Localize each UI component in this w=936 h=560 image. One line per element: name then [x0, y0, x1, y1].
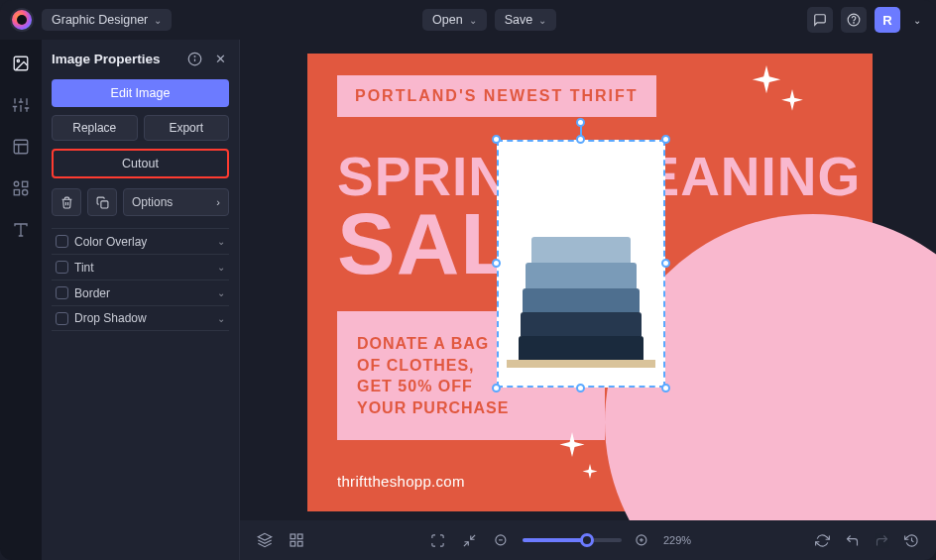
grid-icon[interactable]: [286, 529, 307, 551]
chevron-right-icon: ›: [216, 196, 220, 208]
canvas-area[interactable]: PORTLAND'S NEWEST THRIFT SPRING CLEANING…: [240, 40, 936, 520]
fit-screen-icon[interactable]: [427, 529, 449, 551]
svg-line-31: [471, 534, 475, 538]
cutout-button[interactable]: Cutout: [52, 149, 229, 178]
svg-point-19: [23, 190, 28, 195]
left-rail: [0, 40, 42, 560]
chevron-down-icon: ⌄: [217, 236, 225, 247]
chevron-down-icon: ⌄: [469, 15, 477, 26]
rail-images-icon[interactable]: [9, 52, 33, 75]
save-label: Save: [505, 13, 533, 27]
role-label: Graphic Designer: [52, 13, 148, 27]
replace-button[interactable]: Replace: [52, 115, 138, 141]
resize-handle-bl[interactable]: [492, 384, 501, 392]
checkbox-icon: [56, 286, 68, 299]
checkbox-icon: [56, 312, 68, 325]
svg-rect-30: [291, 541, 295, 546]
accordion-border[interactable]: Border⌄: [52, 280, 229, 305]
chevron-down-icon: ⌄: [913, 15, 921, 26]
panel-title: Image Properties: [52, 52, 177, 66]
accordion-color-overlay[interactable]: Color Overlay⌄: [52, 228, 229, 254]
rail-text-icon[interactable]: [9, 218, 33, 242]
zoom-slider[interactable]: [523, 538, 622, 542]
rail-templates-icon[interactable]: [9, 135, 33, 159]
help-button[interactable]: [841, 7, 867, 33]
svg-marker-26: [258, 533, 271, 540]
redo-icon[interactable]: [871, 529, 892, 551]
svg-point-24: [194, 56, 195, 56]
svg-rect-13: [14, 140, 28, 154]
actual-size-icon[interactable]: [459, 529, 481, 551]
svg-rect-18: [14, 190, 19, 195]
svg-rect-27: [291, 534, 295, 539]
panel-close-icon[interactable]: ✕: [211, 50, 229, 67]
rotation-handle[interactable]: [576, 118, 585, 127]
chevron-down-icon: ⌄: [217, 262, 225, 273]
selected-image[interactable]: [497, 140, 665, 388]
chevron-down-icon: ⌄: [154, 15, 162, 26]
role-dropdown[interactable]: Graphic Designer ⌄: [42, 9, 172, 31]
sparkle-icon: [750, 65, 783, 99]
resize-handle-bc[interactable]: [576, 384, 585, 392]
zoom-out-icon[interactable]: [491, 529, 513, 551]
rail-elements-icon[interactable]: [9, 176, 33, 200]
resize-handle-tr[interactable]: [661, 135, 670, 144]
zoom-value: 229%: [663, 534, 691, 546]
checkbox-icon: [56, 235, 68, 248]
jeans-stack-image: [509, 211, 653, 368]
resize-handle-tc[interactable]: [576, 135, 585, 144]
undo-icon[interactable]: [841, 529, 863, 551]
design-canvas[interactable]: PORTLAND'S NEWEST THRIFT SPRING CLEANING…: [307, 54, 873, 511]
accordion-tint[interactable]: Tint⌄: [52, 254, 229, 280]
chevron-down-icon: ⌄: [217, 287, 225, 298]
history-icon[interactable]: [900, 529, 922, 551]
user-avatar[interactable]: R: [875, 7, 900, 33]
save-menu[interactable]: Save ⌄: [495, 9, 557, 31]
svg-point-1: [854, 23, 855, 24]
duplicate-button[interactable]: [87, 188, 117, 216]
svg-rect-28: [297, 534, 302, 539]
export-button[interactable]: Export: [144, 115, 230, 141]
sparkle-icon: [779, 89, 805, 115]
app-logo[interactable]: [10, 8, 34, 32]
resize-handle-ml[interactable]: [492, 259, 501, 268]
accordion-drop-shadow[interactable]: Drop Shadow⌄: [52, 305, 229, 331]
open-menu[interactable]: Open ⌄: [422, 9, 487, 31]
svg-line-32: [464, 541, 468, 545]
selection-border: [497, 140, 665, 388]
topbar: Graphic Designer ⌄ Open ⌄ Save ⌄ R ⌄: [0, 0, 936, 40]
svg-rect-29: [297, 541, 302, 546]
image-properties-panel: Image Properties ✕ Edit Image Replace Ex…: [42, 40, 240, 560]
comments-button[interactable]: [807, 7, 833, 33]
bottombar: 229%: [240, 520, 936, 560]
sparkle-icon: [581, 464, 599, 482]
sync-icon[interactable]: [811, 529, 833, 551]
rail-adjust-icon[interactable]: [9, 93, 33, 117]
zoom-in-icon[interactable]: [632, 529, 653, 551]
sparkle-icon: [557, 432, 587, 462]
resize-handle-mr[interactable]: [661, 259, 670, 268]
checkbox-icon: [56, 261, 68, 274]
account-chevron[interactable]: ⌄: [908, 7, 926, 33]
svg-rect-17: [23, 181, 28, 186]
chevron-down-icon: ⌄: [538, 15, 546, 26]
resize-handle-br[interactable]: [661, 384, 670, 392]
chevron-down-icon: ⌄: [217, 313, 225, 324]
zoom-slider-thumb[interactable]: [580, 533, 594, 547]
website-url: thrifttheshopp.com: [337, 473, 465, 490]
svg-point-16: [14, 181, 19, 186]
open-label: Open: [432, 13, 463, 27]
layers-icon[interactable]: [254, 529, 276, 551]
edit-image-button[interactable]: Edit Image: [52, 79, 229, 107]
resize-handle-tl[interactable]: [492, 135, 501, 144]
panel-info-icon[interactable]: [185, 50, 203, 67]
options-dropdown[interactable]: Options ›: [123, 188, 229, 216]
top-badge: PORTLAND'S NEWEST THRIFT: [337, 75, 656, 117]
svg-point-3: [17, 59, 19, 61]
options-label: Options: [132, 195, 173, 209]
delete-button[interactable]: [52, 188, 81, 216]
svg-rect-25: [100, 200, 107, 207]
